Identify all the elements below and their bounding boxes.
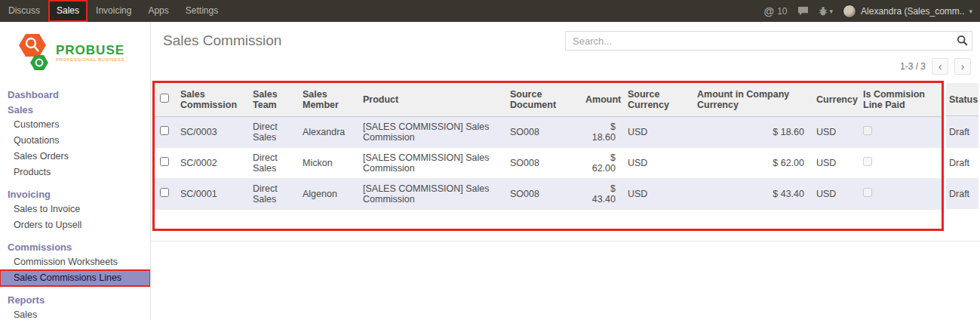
select-all-checkbox[interactable] xyxy=(160,94,169,103)
is-paid-checkbox xyxy=(863,157,872,166)
user-name: Alexandra (Sales_comm.. xyxy=(861,6,964,17)
cell-source-currency: USD xyxy=(622,178,691,209)
pager-next-button[interactable]: › xyxy=(954,58,971,75)
cell-status: Draft xyxy=(946,178,978,209)
bug-icon xyxy=(819,6,828,16)
sidebar-item-orders-to-upsell[interactable]: Orders to Upsell xyxy=(0,217,150,233)
cell-status: Draft xyxy=(946,116,978,147)
cell-amount-company: $ 62.00 xyxy=(691,147,810,178)
table-row[interactable]: SC/0002 Direct Sales Mickon [SALES COMMI… xyxy=(155,147,942,178)
cell-source-document: SO008 xyxy=(504,178,579,209)
table-row[interactable]: SC/0001 Direct Sales Algenon [SALES COMM… xyxy=(155,178,942,209)
sidebar-heading-dashboard[interactable]: Dashboard xyxy=(0,88,150,102)
status-column: Status Draft Draft Draft xyxy=(946,83,978,209)
mentions-count: 10 xyxy=(777,6,787,17)
cell-amount-company: $ 43.40 xyxy=(691,178,810,209)
sidebar-heading-invoicing[interactable]: Invoicing xyxy=(0,187,150,202)
sidebar-item-commission-worksheets[interactable]: Commission Worksheets xyxy=(0,254,150,270)
sidebar-section-reports: Reports Sales xyxy=(0,293,150,320)
cell-product: [SALES COMMISSION] Sales Commission xyxy=(357,116,504,147)
chat-bubble-icon xyxy=(797,6,809,16)
col-source-document[interactable]: Source Document xyxy=(504,83,579,116)
col-status[interactable]: Status xyxy=(946,83,978,116)
user-avatar xyxy=(843,5,856,18)
row-select-checkbox[interactable] xyxy=(160,157,169,166)
top-menus: Discuss Sales Invoicing Apps Settings xyxy=(0,0,226,22)
debug-menu-button[interactable]: ▾ xyxy=(819,6,834,16)
user-menu[interactable]: Alexandra (Sales_comm.. ▾ xyxy=(843,5,972,18)
list-footer-space xyxy=(155,209,942,229)
at-icon: @ xyxy=(764,5,775,17)
mentions-counter[interactable]: @ 10 xyxy=(764,5,788,17)
cell-sales-commission: SC/0002 xyxy=(174,147,247,178)
pager-previous-button[interactable]: ‹ xyxy=(932,58,948,75)
col-product[interactable]: Product xyxy=(357,83,504,116)
table-row[interactable]: SC/0003 Direct Sales Alexandra [SALES CO… xyxy=(155,116,942,147)
cell-source-document: SO008 xyxy=(504,147,579,178)
menu-settings[interactable]: Settings xyxy=(177,0,226,22)
cell-sales-commission: SC/0001 xyxy=(174,178,247,209)
search-icon xyxy=(957,35,968,46)
is-paid-checkbox xyxy=(863,126,872,135)
probuse-logo: PROBUSE PROFESSIONAL BUSINESS xyxy=(0,22,150,81)
menu-invoicing[interactable]: Invoicing xyxy=(88,0,140,22)
messages-button[interactable] xyxy=(797,6,809,16)
cell-sales-member: Mickon xyxy=(296,147,357,178)
cell-currency: USD xyxy=(810,116,857,147)
cell-is-paid xyxy=(857,147,942,178)
menu-discuss[interactable]: Discuss xyxy=(0,0,48,22)
cell-currency: USD xyxy=(810,147,857,178)
search-button[interactable] xyxy=(957,35,968,46)
content-divider xyxy=(151,241,980,242)
sidebar-item-quotations[interactable]: Quotations xyxy=(0,133,150,149)
col-sales-team[interactable]: Sales Team xyxy=(247,83,296,116)
menu-sales[interactable]: Sales xyxy=(48,0,88,22)
sidebar-section-sales: Sales Customers Quotations Sales Orders … xyxy=(0,103,150,180)
chevron-down-icon: ▾ xyxy=(969,8,972,15)
table-header-row: Sales Commission Sales Team Sales Member… xyxy=(155,83,942,116)
col-currency[interactable]: Currency xyxy=(810,83,857,116)
col-source-currency[interactable]: Source Currency xyxy=(622,83,691,116)
row-select-checkbox[interactable] xyxy=(160,188,169,197)
cell-source-currency: USD xyxy=(622,147,691,178)
cell-amount: $ 62.00 xyxy=(579,147,622,178)
sidebar-item-customers[interactable]: Customers xyxy=(0,117,150,133)
search-view xyxy=(565,31,972,51)
cell-sales-member: Algenon xyxy=(296,178,357,209)
row-select-checkbox[interactable] xyxy=(160,126,169,135)
cell-is-paid xyxy=(857,116,942,147)
col-sales-commission[interactable]: Sales Commission xyxy=(174,83,247,116)
cell-currency: USD xyxy=(810,178,857,209)
sidebar-item-sales-commissions-lines[interactable]: Sales Commissions Lines xyxy=(0,270,150,286)
sidebar-heading-sales[interactable]: Sales xyxy=(0,103,150,117)
col-is-commission-line-paid[interactable]: Is Commision Line Paid xyxy=(857,83,942,116)
cell-status: Draft xyxy=(946,147,978,178)
cell-amount: $ 43.40 xyxy=(579,178,622,209)
topbar-right: @ 10 ▾ Alexa xyxy=(764,5,980,18)
control-panel: Sales Commission xyxy=(151,22,980,55)
cell-sales-member: Alexandra xyxy=(296,116,357,147)
sidebar-item-products[interactable]: Products xyxy=(0,165,150,180)
pager: 1-3 / 3 ‹ › xyxy=(151,55,980,79)
cell-product: [SALES COMMISSION] Sales Commission xyxy=(357,147,504,178)
col-sales-member[interactable]: Sales Member xyxy=(296,83,357,116)
sidebar-nav: Dashboard Sales Customers Quotations Sal… xyxy=(0,88,150,320)
cell-amount: $ 18.60 xyxy=(579,116,622,147)
sidebar-heading-commissions[interactable]: Commissions xyxy=(0,240,150,254)
sidebar-item-sales-orders[interactable]: Sales Orders xyxy=(0,149,150,165)
page-title: Sales Commission xyxy=(163,32,281,49)
menu-apps[interactable]: Apps xyxy=(140,0,177,22)
cell-sales-team: Direct Sales xyxy=(247,147,296,178)
sidebar-heading-reports[interactable]: Reports xyxy=(0,293,150,307)
cell-amount-company: $ 18.60 xyxy=(691,116,810,147)
col-amount[interactable]: Amount xyxy=(579,83,622,116)
cell-source-document: SO008 xyxy=(504,116,579,147)
logo-title: PROBUSE xyxy=(56,44,124,57)
cell-sales-team: Direct Sales xyxy=(247,116,296,147)
sidebar-section-dashboard: Dashboard xyxy=(0,88,150,102)
col-amount-company-currency[interactable]: Amount in Company Currency xyxy=(691,83,810,116)
sidebar-item-reports-sales[interactable]: Sales xyxy=(0,307,150,320)
sidebar-item-sales-to-invoice[interactable]: Sales to Invoice xyxy=(0,202,150,217)
sidebar: PROBUSE PROFESSIONAL BUSINESS Dashboard … xyxy=(0,22,151,320)
search-input[interactable] xyxy=(565,31,972,51)
